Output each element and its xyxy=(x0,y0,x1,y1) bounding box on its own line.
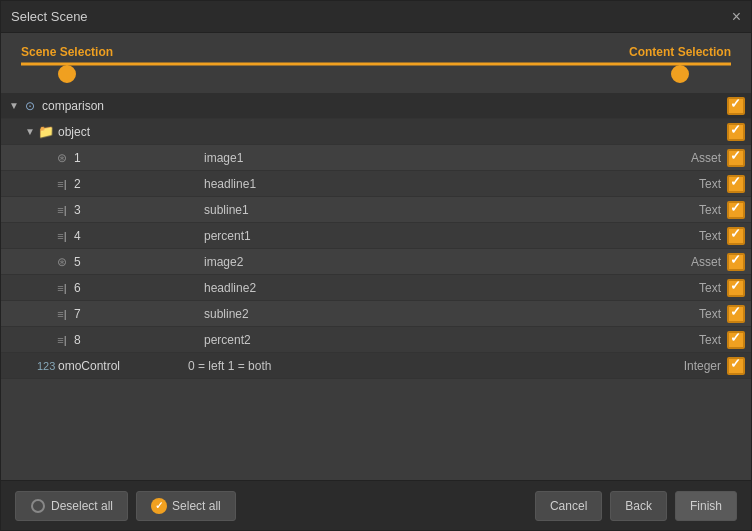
text-icon: ≡| xyxy=(53,282,71,294)
finish-button[interactable]: Finish xyxy=(675,491,737,521)
tree-row: ▼⊙comparison xyxy=(1,93,751,119)
row-type-label: Integer xyxy=(657,359,727,373)
row-value-label: headline2 xyxy=(204,281,657,295)
row-checkbox[interactable] xyxy=(727,201,745,219)
row-value-label: percent1 xyxy=(204,229,657,243)
chevron-down-icon[interactable]: ▼ xyxy=(23,126,37,137)
row-value-label: image1 xyxy=(204,151,657,165)
dialog-title: Select Scene xyxy=(11,9,88,24)
select-scene-dialog: Select Scene × Scene Selection Content S… xyxy=(0,0,752,531)
footer-left: Deselect all ✓ Select all xyxy=(15,491,527,521)
wizard-steps: Scene Selection Content Selection xyxy=(21,45,731,83)
footer: Deselect all ✓ Select all Cancel Back Fi… xyxy=(1,480,751,530)
row-type-label: Text xyxy=(657,307,727,321)
row-value-label: headline1 xyxy=(204,177,657,191)
tree-row: ⊛5image2Asset xyxy=(1,249,751,275)
wizard-header: Scene Selection Content Selection xyxy=(1,33,751,93)
integer-icon: 123 xyxy=(37,360,55,372)
scene-icon: ⊙ xyxy=(21,99,39,113)
row-checkbox[interactable] xyxy=(727,305,745,323)
row-name-label: 1 xyxy=(74,151,204,165)
row-name-label: 5 xyxy=(74,255,204,269)
row-checkbox[interactable] xyxy=(727,357,745,375)
step-scene-label: Scene Selection xyxy=(21,45,113,59)
tree-row: ≡|8percent2Text xyxy=(1,327,751,353)
tree-content: ▼⊙comparison▼📁object⊛1image1Asset≡|2head… xyxy=(1,93,751,480)
row-value-label: image2 xyxy=(204,255,657,269)
row-type-label: Text xyxy=(657,281,727,295)
step-content-label: Content Selection xyxy=(629,45,731,59)
row-type-label: Text xyxy=(657,333,727,347)
row-checkbox[interactable] xyxy=(727,175,745,193)
row-value-label: subline1 xyxy=(204,203,657,217)
tree-row: ≡|3subline1Text xyxy=(1,197,751,223)
cancel-button[interactable]: Cancel xyxy=(535,491,602,521)
row-checkbox[interactable] xyxy=(727,253,745,271)
folder-icon: 📁 xyxy=(37,124,55,139)
row-type-label: Asset xyxy=(657,151,727,165)
text-icon: ≡| xyxy=(53,334,71,346)
row-checkbox[interactable] xyxy=(727,123,745,141)
tree-row: ≡|2headline1Text xyxy=(1,171,751,197)
deselect-all-button[interactable]: Deselect all xyxy=(15,491,128,521)
select-all-button[interactable]: ✓ Select all xyxy=(136,491,236,521)
image-icon: ⊛ xyxy=(53,151,71,165)
row-name-label: 4 xyxy=(74,229,204,243)
row-name-label: 7 xyxy=(74,307,204,321)
row-checkbox[interactable] xyxy=(727,97,745,115)
row-checkbox[interactable] xyxy=(727,331,745,349)
row-name-label: comparison xyxy=(42,99,172,113)
row-type-label: Asset xyxy=(657,255,727,269)
row-checkbox[interactable] xyxy=(727,279,745,297)
tree-row: ⊛1image1Asset xyxy=(1,145,751,171)
row-value-label: percent2 xyxy=(204,333,657,347)
footer-right: Cancel Back Finish xyxy=(535,491,737,521)
title-bar: Select Scene × xyxy=(1,1,751,33)
step-content-dot xyxy=(671,65,689,83)
text-icon: ≡| xyxy=(53,204,71,216)
select-all-label: Select all xyxy=(172,499,221,513)
text-icon: ≡| xyxy=(53,178,71,190)
close-button[interactable]: × xyxy=(732,9,741,25)
row-name-label: omoControl xyxy=(58,359,188,373)
row-name-label: 8 xyxy=(74,333,204,347)
tree-row: ≡|4percent1Text xyxy=(1,223,751,249)
row-type-label: Text xyxy=(657,229,727,243)
row-type-label: Text xyxy=(657,203,727,217)
row-checkbox[interactable] xyxy=(727,149,745,167)
row-type-label: Text xyxy=(657,177,727,191)
text-icon: ≡| xyxy=(53,308,71,320)
checkmark-icon: ✓ xyxy=(151,498,167,514)
select-check-icon: ✓ xyxy=(151,498,167,514)
image-icon: ⊛ xyxy=(53,255,71,269)
back-button[interactable]: Back xyxy=(610,491,667,521)
row-name-label: 3 xyxy=(74,203,204,217)
circle-icon xyxy=(31,499,45,513)
step-scene-dot xyxy=(58,65,76,83)
deselect-all-label: Deselect all xyxy=(51,499,113,513)
chevron-down-icon[interactable]: ▼ xyxy=(7,100,21,111)
row-checkbox[interactable] xyxy=(727,227,745,245)
row-value-label: 0 = left 1 = both xyxy=(188,359,657,373)
deselect-circle-icon xyxy=(30,498,46,514)
row-name-label: object xyxy=(58,125,188,139)
wizard-step-scene: Scene Selection xyxy=(21,45,113,83)
row-name-label: 6 xyxy=(74,281,204,295)
wizard-step-content: Content Selection xyxy=(629,45,731,83)
row-name-label: 2 xyxy=(74,177,204,191)
tree-row: 123omoControl0 = left 1 = bothInteger xyxy=(1,353,751,379)
tree-row: ≡|6headline2Text xyxy=(1,275,751,301)
text-icon: ≡| xyxy=(53,230,71,242)
wizard-line xyxy=(21,63,731,66)
tree-row: ▼📁object xyxy=(1,119,751,145)
row-value-label: subline2 xyxy=(204,307,657,321)
tree-row: ≡|7subline2Text xyxy=(1,301,751,327)
